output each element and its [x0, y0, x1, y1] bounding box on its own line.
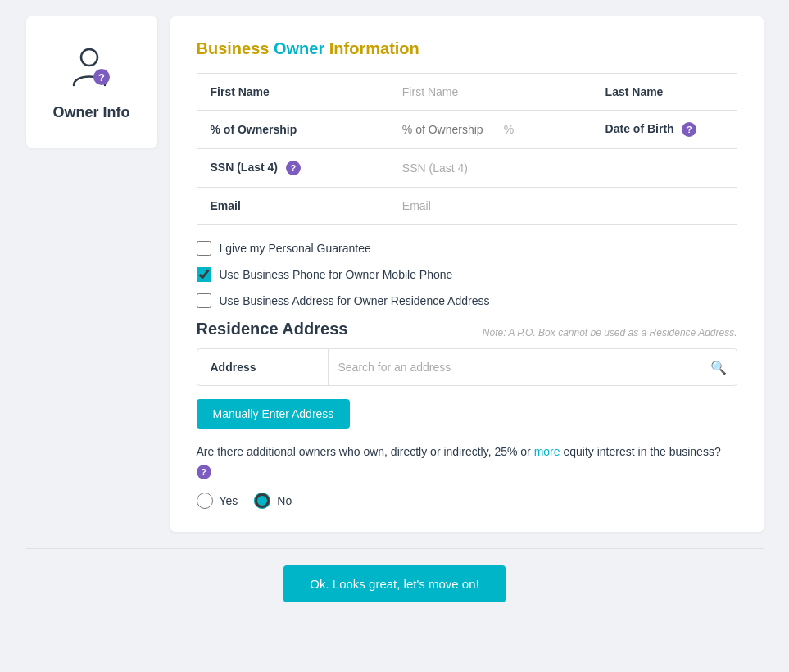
residence-header: Residence Address Note: A P.O. Box canno…: [197, 320, 737, 338]
owner-info-icon: ?: [67, 43, 116, 94]
business-phone-label[interactable]: Use Business Phone for Owner Mobile Phon…: [220, 268, 453, 281]
sidebar-label: Owner Info: [53, 104, 130, 121]
email-input[interactable]: [402, 199, 723, 212]
ownership-label: % of Ownership: [211, 123, 297, 136]
personal-guarantee-checkbox[interactable]: [197, 241, 211, 256]
radio-no-label[interactable]: No: [277, 494, 292, 507]
additional-owners-radio-row: Yes No: [197, 493, 737, 509]
svg-text:?: ?: [98, 71, 105, 84]
ownership-input[interactable]: [402, 123, 501, 136]
personal-guarantee-row: I give my Personal Guarantee: [197, 241, 737, 256]
radio-no-option: No: [254, 493, 292, 509]
email-row: Email: [197, 188, 737, 225]
ssn-input-wrapper: [402, 161, 723, 175]
svg-point-0: [81, 49, 97, 66]
business-address-label[interactable]: Use Business Address for Owner Residence…: [220, 294, 490, 307]
first-name-input-wrapper: [402, 85, 579, 98]
address-search-icon[interactable]: 🔍: [710, 360, 727, 375]
first-name-label: First Name: [211, 85, 270, 98]
address-search-box: Address 🔍: [197, 348, 737, 386]
title-part1: Business: [197, 39, 274, 57]
title-part2: Owner: [274, 39, 324, 57]
radio-yes[interactable]: [197, 493, 213, 509]
additional-owners-text: Are there additional owners who own, dir…: [197, 445, 721, 458]
radio-yes-option: Yes: [197, 493, 238, 509]
manually-enter-address-button[interactable]: Manually Enter Address: [197, 399, 351, 429]
address-search-input[interactable]: [338, 361, 710, 374]
email-input-wrapper: [402, 199, 723, 212]
address-input-wrapper: 🔍: [329, 360, 737, 375]
section-title: Business Owner Information: [197, 39, 737, 58]
ssn-help-icon[interactable]: ?: [286, 161, 301, 175]
submit-button[interactable]: Ok. Looks great, let's move on!: [283, 565, 505, 602]
ssn-input[interactable]: [402, 161, 723, 175]
radio-yes-label[interactable]: Yes: [220, 494, 238, 507]
percent-sign: %: [504, 123, 514, 136]
first-name-input[interactable]: [402, 85, 579, 98]
business-phone-checkbox[interactable]: [197, 267, 211, 282]
address-label: Address: [197, 349, 329, 385]
bottom-bar: Ok. Looks great, let's move on!: [26, 548, 764, 602]
ssn-row: SSN (Last 4) ?: [197, 149, 737, 188]
personal-guarantee-label[interactable]: I give my Personal Guarantee: [220, 242, 371, 255]
radio-no[interactable]: [254, 493, 270, 509]
ownership-input-wrapper: %: [402, 123, 579, 136]
dob-label: Date of Birth ?: [605, 122, 697, 135]
residence-title: Residence Address: [197, 320, 348, 338]
title-part3: Information: [324, 39, 419, 57]
dob-help-icon[interactable]: ?: [682, 122, 696, 137]
po-box-note: Note: A P.O. Box cannot be used as a Res…: [483, 327, 737, 338]
sidebar: ? Owner Info: [26, 16, 157, 148]
ssn-label: SSN (Last 4) ?: [211, 161, 301, 174]
ownership-dob-row: % of Ownership % Date of Birth ?: [197, 111, 737, 149]
email-label: Email: [211, 199, 241, 212]
business-phone-row: Use Business Phone for Owner Mobile Phon…: [197, 267, 737, 282]
name-row: First Name Last Name: [197, 74, 737, 111]
owner-info-form: First Name Last Name: [197, 73, 737, 225]
last-name-label: Last Name: [605, 85, 664, 98]
business-address-row: Use Business Address for Owner Residence…: [197, 293, 737, 308]
additional-owners-question-row: Are there additional owners who own, dir…: [197, 445, 737, 479]
main-content: Business Owner Information First Name La: [170, 16, 764, 532]
business-address-checkbox[interactable]: [197, 293, 211, 308]
additional-owners-help-icon[interactable]: ?: [197, 465, 211, 479]
